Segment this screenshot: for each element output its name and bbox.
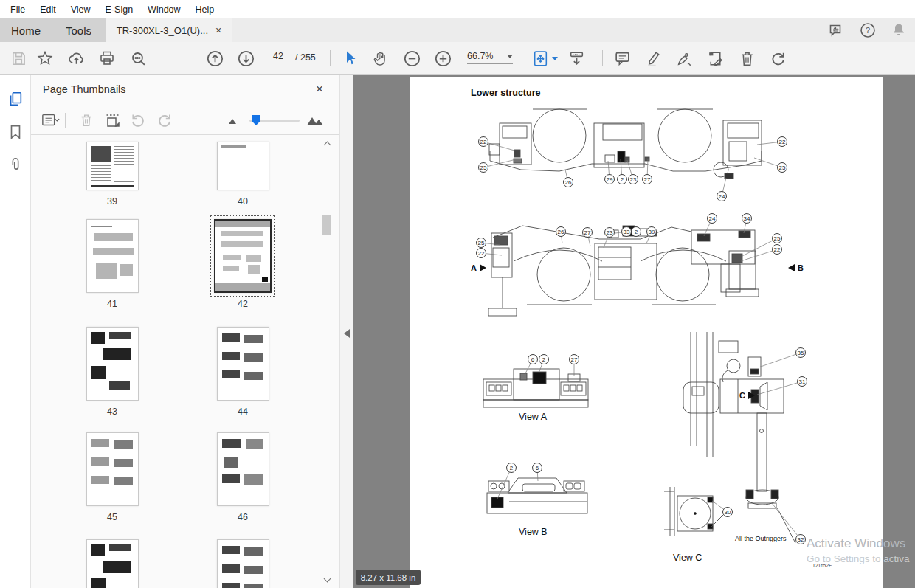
left-navigation-rail (0, 75, 31, 588)
thumbnail-page-39[interactable]: 39 (68, 142, 156, 207)
callout-39: 39 (646, 226, 657, 237)
zoom-level-value: 66.7% (467, 51, 493, 61)
hand-tool-button[interactable] (371, 49, 390, 68)
rotate-pages-button[interactable] (768, 49, 787, 68)
callout-33: 33 (621, 226, 632, 237)
thumbnail-image[interactable] (86, 539, 139, 588)
thumbnail-page-44[interactable]: 44 (198, 327, 287, 417)
thumbnail-label: 42 (198, 299, 287, 309)
thumbnail-page-47[interactable]: 47 (68, 539, 156, 588)
page-thumbnails-panel: Page Thumbnails × (31, 75, 339, 588)
select-tool-button[interactable] (341, 49, 360, 68)
callout-6: 6 (532, 463, 542, 473)
thumbnail-options-menu[interactable] (41, 111, 61, 130)
tab-close-icon[interactable]: × (215, 24, 221, 36)
zoom-level-dropdown[interactable]: 66.7% (467, 51, 513, 64)
callout-35: 35 (795, 347, 806, 358)
callout-27: 27 (642, 174, 652, 184)
thumbnail-label: 46 (198, 512, 287, 522)
save-button[interactable] (9, 49, 28, 68)
thumbnail-image[interactable] (86, 432, 139, 506)
menu-help[interactable]: Help (188, 4, 222, 15)
fit-page-dropdown[interactable] (530, 49, 559, 68)
next-page-button[interactable] (236, 49, 255, 68)
attachments-icon[interactable] (7, 156, 24, 173)
search-icon[interactable] (128, 49, 148, 68)
panel-scrollbar[interactable] (321, 136, 334, 588)
thumbnail-image[interactable] (217, 327, 269, 401)
scrollbar-thumb[interactable] (322, 215, 331, 235)
panel-title: Page Thumbnails (43, 83, 126, 95)
highlight-button[interactable] (643, 49, 663, 68)
collapse-panel-icon[interactable] (344, 329, 350, 338)
rotate-left-button[interactable] (128, 111, 148, 130)
print-button[interactable] (97, 49, 117, 68)
feedback-icon[interactable] (828, 21, 846, 39)
pdf-page: Lower structure (410, 77, 883, 588)
menu-view[interactable]: View (63, 4, 98, 15)
panel-header: Page Thumbnails × (31, 75, 339, 106)
document-tab-title: TR-300XL-3_O1(U)... (117, 25, 208, 36)
thumbnail-image[interactable] (214, 219, 272, 293)
panel-collapse-strip[interactable] (339, 75, 353, 588)
page-scrolling-button[interactable] (567, 49, 586, 68)
callout-2: 2 (617, 174, 627, 184)
edit-page-button[interactable] (705, 49, 725, 68)
callout-25: 25 (772, 233, 782, 243)
panel-delete-button[interactable] (77, 111, 96, 130)
menu-esign[interactable]: E-Sign (98, 4, 141, 15)
slider-handle[interactable] (252, 115, 260, 125)
callout-24: 24 (717, 191, 727, 201)
rotate-right-button[interactable] (155, 111, 174, 130)
insert-page-button[interactable] (103, 111, 122, 130)
thumbnail-page-46[interactable]: 46 (198, 432, 287, 522)
panel-close-icon[interactable]: × (316, 82, 323, 97)
help-icon[interactable]: ? (859, 21, 877, 39)
comment-button[interactable] (612, 49, 632, 68)
thumbnail-page-41[interactable]: 41 (68, 219, 156, 309)
page-number-input[interactable]: 42 (266, 51, 291, 63)
thumbnail-page-45[interactable]: 45 (68, 432, 156, 522)
menu-edit[interactable]: Edit (32, 4, 63, 15)
thumbnail-size-slider[interactable] (249, 120, 300, 122)
star-button[interactable] (35, 49, 55, 68)
page-thumbnails-icon[interactable] (7, 90, 24, 108)
thumbnail-image[interactable] (217, 432, 269, 506)
thumbnail-page-42[interactable]: 42 (198, 219, 287, 309)
thumbnail-image[interactable] (217, 539, 269, 588)
menu-window[interactable]: Window (140, 4, 187, 15)
thumbnail-image[interactable] (86, 142, 139, 190)
toolbar-divider (602, 50, 603, 66)
zoom-in-thumbnails-icon[interactable] (305, 111, 325, 130)
bookmarks-icon[interactable] (7, 123, 24, 141)
menu-bar: FileEditViewE-SignWindowHelp (0, 0, 915, 18)
technical-diagram (410, 77, 883, 588)
arrow-right-icon (748, 392, 755, 399)
tab-document[interactable]: TR-300XL-3_O1(U)... × (106, 18, 232, 42)
scroll-up-icon[interactable] (324, 142, 331, 149)
scroll-down-icon[interactable] (324, 575, 331, 583)
thumbnail-page-43[interactable]: 43 (68, 327, 156, 417)
tab-tools[interactable]: Tools (52, 18, 106, 42)
thumbnail-image[interactable] (86, 219, 139, 293)
tab-home[interactable]: Home (0, 18, 52, 42)
zoom-out-button[interactable] (402, 49, 421, 68)
delete-pages-button[interactable] (737, 49, 756, 68)
share-upload-button[interactable] (66, 49, 86, 68)
callout-25: 25 (476, 238, 486, 248)
zoom-out-thumbnails-icon[interactable] (224, 111, 244, 130)
notifications-bell-icon[interactable] (890, 21, 908, 39)
zoom-in-button[interactable] (433, 49, 452, 68)
direction-b-label: B (788, 263, 804, 272)
thumbnail-image[interactable] (86, 327, 139, 401)
fill-sign-button[interactable] (674, 49, 694, 68)
thumbnail-label: 44 (198, 407, 287, 417)
callout-34: 34 (742, 213, 752, 224)
previous-page-button[interactable] (205, 49, 224, 68)
menu-file[interactable]: File (3, 4, 32, 15)
thumbnail-image[interactable] (217, 142, 269, 190)
panel-toolbar-divider (65, 113, 66, 128)
thumbnail-page-48[interactable]: 48 (198, 539, 287, 588)
thumbnail-page-40[interactable]: 40 (198, 142, 287, 207)
page-size-tooltip: 8.27 x 11.68 in (356, 570, 421, 585)
